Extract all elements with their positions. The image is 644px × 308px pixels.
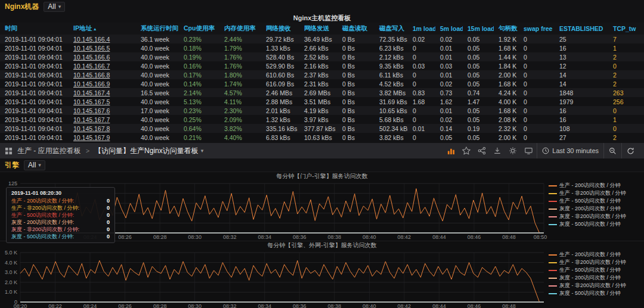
column-header[interactable]: TCP_tw (608, 25, 644, 32)
legend-item[interactable]: 生产 - 200访问次数 / 分钟 (549, 251, 643, 259)
legend-item[interactable]: 生产 - 200访问次数 / 分钟 (549, 182, 643, 189)
ip-address-link[interactable]: 10.145.166.7 (69, 63, 136, 70)
ip-address-link[interactable]: 10.145.166.5 (69, 45, 136, 52)
table-cell: 0.02 (435, 80, 463, 88)
ip-address-link[interactable]: 10.145.166.6 (69, 54, 136, 61)
chart-plot-area[interactable]: 08:2208:2408:2608:2808:3008:3208:3408:36… (0, 180, 549, 241)
series-line (20, 189, 544, 233)
table-cell: 2019-11-01 09:04:01 (0, 80, 69, 88)
table-cell: 0 (408, 80, 435, 88)
chart-title[interactable]: 每分钟【引擎、外网-引擎】服务访问次数 (0, 241, 644, 249)
legend-swatch (549, 193, 557, 194)
chart-plot-area[interactable]: 08:2008:2208:2408:2608:2808:3008:3208:34… (0, 249, 549, 308)
table-cell: 0.05 (463, 71, 494, 79)
table-cell: 0.17% (179, 71, 219, 79)
table-cell: 0.05 (463, 36, 494, 43)
chart-title[interactable]: 每分钟【门户-引擎】服务访问次数 (0, 172, 644, 180)
table-row: 2019-11-01 09:04:0110.145.166.540.0 week… (0, 43, 644, 52)
ip-address-link[interactable]: 10.145.167.4 (69, 89, 136, 97)
ip-address-link[interactable]: 10.145.167.6 (69, 107, 136, 114)
refresh-button[interactable] (621, 143, 639, 158)
column-header[interactable]: 15m load (463, 25, 494, 32)
column-header[interactable]: 1m load (408, 25, 435, 32)
tv-mode-icon[interactable] (521, 147, 537, 155)
related-panels-icon[interactable] (444, 147, 459, 155)
ip-address-link[interactable]: 10.145.167.5 (69, 98, 136, 105)
table-row: 2019-11-01 09:04:0110.145.167.617.0 week… (0, 106, 644, 115)
legend-item[interactable]: 灰度 - 非200访问次数 / 分钟 (549, 282, 643, 290)
table-cell: 10.63 kBs (299, 134, 338, 141)
legend-item[interactable]: 生产 - 500访问次数 / 分钟 (549, 266, 643, 274)
column-header[interactable]: 网络接收 (261, 24, 299, 33)
table-cell: 0.23% (179, 107, 219, 114)
table-cell: 1.68 (408, 98, 435, 105)
ip-address-link[interactable]: 10.145.166.4 (69, 36, 136, 43)
column-header[interactable]: IP地址 ▲ (69, 24, 136, 33)
legend-item[interactable]: 生产 - 500访问次数 / 分钟 (549, 197, 643, 205)
column-header[interactable]: Cpu使用率 (179, 24, 219, 33)
table-cell: 256 (608, 98, 644, 105)
ip-address-link[interactable]: 10.145.167.9 (69, 134, 136, 141)
svg-text:0: 0 (14, 230, 17, 236)
svg-text:08:46: 08:46 (467, 234, 481, 240)
ip-address-link[interactable]: 10.145.166.8 (69, 71, 136, 79)
export-icon[interactable] (490, 147, 505, 155)
table-cell: 0 (519, 36, 555, 43)
time-range-picker[interactable]: Last 30 minutes (537, 143, 603, 158)
chart-panel-portal-engine: 每分钟【门户-引擎】服务访问次数 08:2208:2408:2608:2808:… (0, 172, 644, 241)
dashboard-grid-icon[interactable] (5, 147, 13, 155)
table-row: 2019-11-01 09:04:0110.145.167.416.5 week… (0, 88, 644, 97)
legend-item[interactable]: 生产 - 非200访问次数 / 分钟 (549, 259, 643, 266)
table-cell: 0.74 (463, 89, 494, 97)
breadcrumb-folder-link[interactable]: 生产 - 应用监控看板 (17, 146, 81, 156)
table-cell: 40.0 week (136, 125, 179, 132)
engine-variable-dropdown[interactable]: All ▾ (24, 160, 45, 170)
table-cell: 1.68 K (494, 45, 519, 52)
table-cell: 610.60 Bs (261, 71, 299, 79)
table-cell: 1.32 kBs (261, 116, 299, 123)
legend-swatch (549, 278, 557, 279)
ip-address-link[interactable]: 10.145.167.7 (69, 116, 136, 123)
table-cell: 0.19 (463, 125, 494, 132)
column-header[interactable]: 磁盘读取 (338, 24, 374, 33)
table-cell: 0.14 (435, 125, 463, 132)
column-header[interactable]: 磁盘写入 (374, 24, 408, 33)
table-panel-title[interactable]: Nginx主机监控看板 (0, 13, 644, 23)
svg-text:08:38: 08:38 (328, 303, 342, 308)
legend-item[interactable]: 生产 - 非200访问次数 / 分钟 (549, 189, 643, 197)
table-cell: 2.32 K (494, 125, 519, 132)
zoom-out-button[interactable] (603, 143, 621, 158)
table-cell: 1.47 (463, 98, 494, 105)
svg-text:1.0 K: 1.0 K (5, 289, 17, 295)
table-cell: 0.05 (435, 134, 463, 141)
column-header[interactable]: swap free (519, 25, 555, 32)
column-header[interactable]: 网络发送 (299, 24, 338, 33)
table-cell: 0.05 (463, 63, 494, 70)
table-cell: 2019-11-01 09:04:01 (0, 54, 69, 61)
table-cell: 0.05 (463, 80, 494, 88)
column-header[interactable]: ESTABLISHED (555, 25, 608, 32)
legend-item[interactable]: 灰度 - 200访问次数 / 分钟 (549, 274, 643, 282)
table-cell: 1.68 K (494, 80, 519, 88)
legend-item[interactable]: 灰度 - 非200访问次数 / 分钟 (549, 213, 643, 220)
table-cell: 2019-11-01 09:04:01 (0, 89, 69, 97)
ip-address-link[interactable]: 10.145.167.8 (69, 125, 136, 132)
column-header[interactable]: 系统运行时间 (136, 24, 179, 33)
legend-item[interactable]: 灰度 - 500访问次数 / 分钟 (549, 290, 643, 297)
dashboard-title-dropdown[interactable]: 【访问量】生产Nginx访问量看板 ▾ (94, 146, 203, 156)
nginx-machines-variable-dropdown[interactable]: All ▾ (44, 2, 65, 12)
column-header[interactable]: 时间 (0, 24, 69, 33)
table-cell: 1.84 K (494, 63, 519, 70)
table-cell: 3.97 kBs (299, 116, 338, 123)
gear-icon[interactable] (505, 147, 521, 155)
column-header[interactable]: 句柄数 (494, 24, 519, 33)
chart-legend: 生产 - 200访问次数 / 分钟生产 - 非200访问次数 / 分钟生产 - … (549, 180, 644, 241)
legend-item[interactable]: 灰度 - 500访问次数 / 分钟 (549, 220, 643, 228)
svg-text:08:46: 08:46 (467, 303, 481, 308)
legend-item[interactable]: 灰度 - 200访问次数 / 分钟 (549, 205, 643, 213)
share-icon[interactable] (474, 147, 490, 155)
ip-address-link[interactable]: 10.145.166.9 (69, 80, 136, 88)
column-header[interactable]: 内存使用率 (219, 24, 261, 33)
star-icon[interactable] (459, 147, 474, 155)
column-header[interactable]: 5m load (435, 25, 463, 32)
